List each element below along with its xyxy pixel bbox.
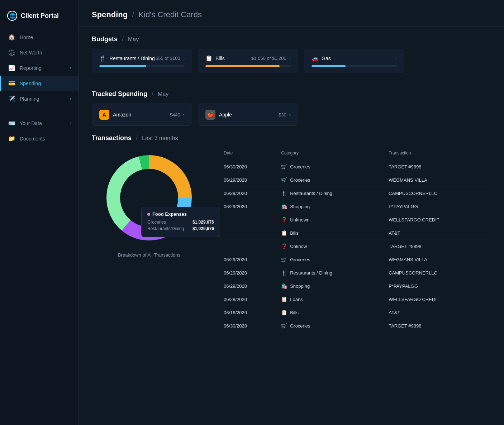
your-data-arrow: › [70,121,71,126]
tracked-amount-apple: $30 [279,112,286,118]
cat-icon-3: 🛍️ [281,204,287,209]
cat-icon-8: 🍴 [281,270,287,276]
cat-label-10: Loans [290,297,303,302]
cell-transaction-5: AT&T [384,226,491,240]
cell-transaction-6: TARGET #9898 [384,240,491,253]
budgets-section: Budgets / May 🍴 Restaurants / Dining $55… [79,27,504,82]
tracked-label: Tracked Spending [92,90,147,98]
cell-category-3: 🛍️ Shopping [277,200,384,213]
sidebar-item-documents[interactable]: 📁 Documents [0,131,79,146]
cat-icon-9: 🛍️ [281,283,287,289]
cell-date-0: 06/30/2020 [219,160,277,173]
tooltip-label-dining: Restaurants/Dining [147,226,184,231]
table-row: 06/29/2020 🛍️ Shopping P*PAYPALGG [219,200,491,213]
cell-category-5: 📋 Bills [277,226,384,240]
budget-cards-list: 🍴 Restaurants / Dining $55 of $100 › 📋 [92,49,491,73]
cell-category-1: 🛒 Groceries [277,173,384,187]
amazon-chevron: › [183,112,185,118]
cell-date-7: 06/29/2020 [219,253,277,266]
table-row: 06/16/2020 📋 Bills AT&T [219,306,491,319]
cell-category-9: 🛍️ Shopping [277,280,384,293]
table-row: 06/30/2020 🛒 Groceries TARGET #9898 [219,160,491,173]
bills-progress-fill [205,65,280,67]
transactions-layout: Food Expenses Groceries $1,029,676 Resta… [92,148,491,333]
home-icon: 🏠 [8,34,15,40]
sidebar-item-reporting[interactable]: 📈 Reporting › [0,60,79,76]
tracked-card-apple[interactable]: 🍎 Apple $30 › [198,104,298,126]
col-category: Category [277,148,384,160]
cell-date-12: 06/30/2020 [219,319,277,333]
chart-side: Food Expenses Groceries $1,029,676 Resta… [92,148,206,258]
tracked-header: Tracked Spending / May [92,90,491,98]
tooltip-title-text: Food Expenses [152,211,187,217]
tracked-label-amazon: Amazon [113,112,131,118]
budget-card-bills[interactable]: 📋 Bills $1,050 of $1,200 › [198,49,298,73]
cell-category-7: 🛒 Groceries [277,253,384,266]
gas-progress-fill [312,65,346,67]
table-row: 06/29/2020 🛒 Groceries WEGMANS VILLA [219,253,491,266]
col-date: Date [219,148,277,160]
dining-progress-bar [99,65,185,67]
page-header: Spending / Kid's Credit Cards [79,0,504,27]
tooltip-value-dining: $1,029,676 [192,226,214,231]
cell-date-2: 06/29/2020 [219,187,277,200]
cat-label-4: Unknown [290,217,309,223]
tooltip-value-groceries: $1,029,676 [192,220,214,225]
sidebar-item-your-data[interactable]: 🪪 Your Data › [0,115,79,131]
globe-icon: 🌐 [7,11,17,21]
breadcrumb: Spending / Kid's Credit Cards [92,10,491,19]
tracked-label-apple: Apple [219,112,232,118]
cell-date-10: 06/28/2020 [219,293,277,306]
budgets-sep: / [122,35,124,43]
apple-brand-icon: 🍎 [205,110,215,120]
sidebar-item-spending[interactable]: 💳 Spending [0,76,79,91]
cell-transaction-2: CAMPUSCORNERLLC [384,187,491,200]
dining-progress-fill [99,65,146,67]
budgets-header: Budgets / May [92,35,491,43]
sidebar-label-reporting: Reporting [20,65,42,71]
table-row: 06/30/2020 🛒 Groceries TARGET #9898 [219,319,491,333]
cell-date-3: 06/29/2020 [219,200,277,213]
col-transaction: Transaction [384,148,491,160]
amazon-icon: A [99,110,109,120]
cat-icon-5: 📋 [281,230,287,236]
tracked-amount-amazon: $440 [170,112,180,118]
cell-date-1: 06/29/2020 [219,173,277,187]
cat-icon-6: ❓ [281,243,287,249]
budget-card-dining[interactable]: 🍴 Restaurants / Dining $55 of $100 › [92,49,192,73]
tooltip-label-groceries: Groceries [147,220,166,225]
cell-date-4 [219,213,277,226]
cell-transaction-10: WELLSFARGO CREDIT [384,293,491,306]
cat-icon-7: 🛒 [281,257,287,262]
transactions-table: Date Category Transaction 06/30/2020 🛒 G… [219,148,491,333]
tracked-section: Tracked Spending / May A Amazon $440 › 🍎… [79,82,504,134]
table-row: 06/28/2020 📋 Loans WELLSFARGO CREDIT [219,293,491,306]
app-title: Client Portal [21,12,59,20]
table-row: 06/29/2020 🍴 Restaurants / Dining CAMPUS… [219,266,491,280]
budget-label-bills: Bills [215,56,225,61]
chart-label: Breakdown of All Transactions [118,252,180,258]
dining-chevron: › [183,56,185,61]
transactions-sep: / [136,134,138,142]
sidebar: 🌐 Client Portal 🏠 Home ⚖️ Net Worth 📈 Re… [0,0,79,425]
cat-label-11: Bills [290,310,299,315]
cell-transaction-11: AT&T [384,306,491,319]
tracked-cards-list: A Amazon $440 › 🍎 Apple $30 › [92,104,491,126]
tooltip-dot [147,213,150,216]
tooltip-row-groceries: Groceries $1,029,676 [147,220,214,225]
sidebar-item-home[interactable]: 🏠 Home [0,29,79,45]
sidebar-label-your-data: Your Data [20,120,42,126]
nav-divider [7,111,71,111]
budget-card-gas[interactable]: 🚗 Gas › [304,49,404,73]
documents-icon: 📁 [8,135,15,142]
cat-label-5: Bills [290,230,299,236]
transactions-section: Transactions / Last 3 months [79,134,504,345]
cat-icon-12: 🛒 [281,323,287,329]
sidebar-item-net-worth[interactable]: ⚖️ Net Worth [0,45,79,60]
bills-progress-bar [205,65,291,67]
table-head: Date Category Transaction [219,148,491,160]
app-logo: 🌐 Client Portal [0,7,79,29]
budget-amount-dining: $55 of $100 [156,56,180,61]
tracked-card-amazon[interactable]: A Amazon $440 › [92,104,192,126]
sidebar-item-planning[interactable]: ✈️ Planning › [0,91,79,106]
